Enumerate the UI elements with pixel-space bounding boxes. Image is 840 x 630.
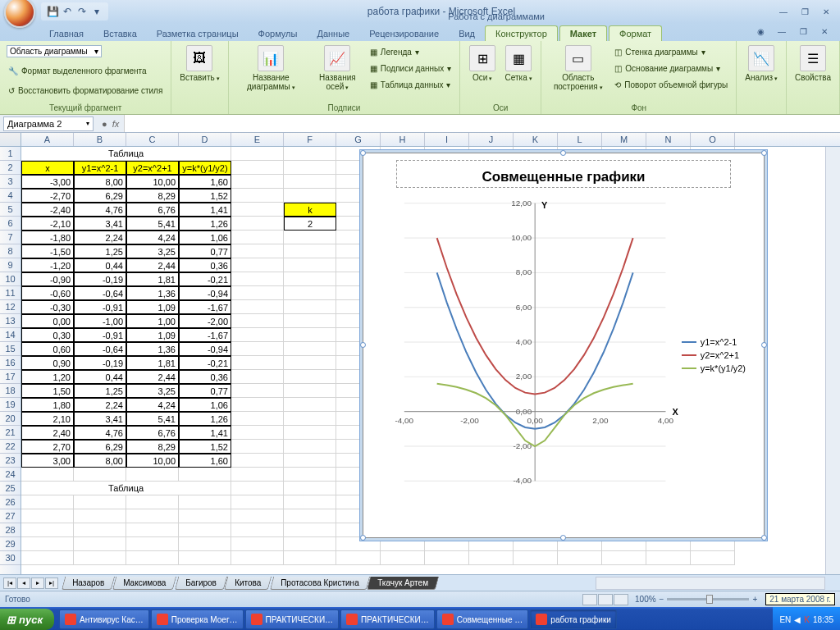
cell[interactable]: -2,70: [21, 189, 74, 203]
cell[interactable]: [231, 258, 284, 272]
cell[interactable]: [284, 551, 336, 565]
cell[interactable]: [231, 231, 284, 244]
col-header[interactable]: I: [425, 133, 469, 146]
cell[interactable]: 4,24: [126, 398, 179, 412]
cell[interactable]: 0,00: [21, 314, 74, 328]
fx-icon[interactable]: fx: [112, 119, 120, 129]
zoom-level[interactable]: 100%: [635, 595, 656, 604]
cell[interactable]: -2,00: [179, 314, 231, 328]
cell[interactable]: k: [284, 203, 336, 217]
cell[interactable]: [179, 495, 231, 509]
data-table-button[interactable]: ▦ Таблица данных ▾: [367, 76, 454, 93]
row-header[interactable]: 26: [0, 495, 21, 509]
cell[interactable]: -0,94: [179, 342, 231, 356]
col-header[interactable]: M: [602, 133, 646, 146]
row-header[interactable]: 15: [0, 342, 21, 356]
cell[interactable]: 1,00: [126, 314, 179, 328]
cell[interactable]: [646, 537, 691, 551]
cell[interactable]: [126, 468, 179, 482]
col-header[interactable]: F: [284, 133, 336, 146]
cell[interactable]: [284, 328, 336, 342]
cell[interactable]: [231, 495, 284, 509]
chart-title[interactable]: Совмещенные графики: [396, 160, 731, 188]
cell[interactable]: 8,00: [74, 175, 126, 189]
cell[interactable]: -0,19: [74, 356, 126, 370]
cell[interactable]: [284, 300, 336, 314]
cell[interactable]: 1,25: [74, 384, 126, 398]
cell[interactable]: [231, 286, 284, 300]
cell[interactable]: [425, 551, 469, 565]
cell[interactable]: 2,40: [21, 426, 74, 440]
cell[interactable]: [284, 314, 336, 328]
tab-nav-first[interactable]: |◂: [3, 578, 16, 589]
cell[interactable]: -1,20: [21, 258, 74, 272]
legend-button[interactable]: ▦ Легенда ▾: [367, 43, 454, 60]
minimize-button[interactable]: —: [774, 5, 792, 18]
cell[interactable]: -1,50: [21, 244, 74, 258]
legend-item[interactable]: y=k*(y1/y2): [682, 363, 746, 373]
ribbon-tab-context[interactable]: Макет: [559, 25, 607, 41]
cell[interactable]: [179, 523, 231, 537]
doc-close-icon[interactable]: ✕: [815, 25, 833, 38]
view-layout[interactable]: [598, 594, 613, 605]
row-header[interactable]: 1: [0, 147, 21, 161]
chart-plot-area[interactable]: -4,00-2,000,002,004,006,008,0010,0012,00…: [372, 194, 756, 506]
cell[interactable]: 4,76: [74, 426, 126, 440]
cell[interactable]: [231, 203, 284, 217]
name-box[interactable]: Диаграмма 2▾: [3, 116, 94, 131]
axis-titles-button[interactable]: 📈Названия осей▾: [310, 43, 365, 93]
maximize-button[interactable]: ❐: [796, 5, 814, 18]
cell[interactable]: 8,29: [126, 189, 179, 203]
ribbon-tab[interactable]: Разметка страницы: [147, 26, 249, 41]
cell[interactable]: -0,21: [179, 272, 231, 286]
row-header[interactable]: 16: [0, 356, 21, 370]
cell[interactable]: [74, 509, 126, 523]
cell[interactable]: [126, 495, 179, 509]
ribbon-tab[interactable]: Рецензирование: [359, 26, 449, 41]
cell[interactable]: [284, 454, 336, 468]
col-header[interactable]: L: [558, 133, 602, 146]
cell[interactable]: [284, 482, 336, 495]
cell[interactable]: [231, 272, 284, 286]
cell[interactable]: [21, 523, 74, 537]
cell[interactable]: [231, 161, 284, 175]
redo-icon[interactable]: ↷: [75, 5, 89, 18]
cell[interactable]: [179, 468, 231, 482]
chart-legend[interactable]: y1=x^2-1y2=x^2+1y=k*(y1/y2): [682, 334, 746, 377]
cell[interactable]: 1,36: [126, 286, 179, 300]
cell[interactable]: 0,36: [179, 370, 231, 384]
taskbar-item[interactable]: Проверка Моег…: [151, 609, 244, 629]
chart-object[interactable]: Совмещенные графики -4,00-2,000,002,004,…: [363, 153, 765, 538]
row-header[interactable]: 13: [0, 314, 21, 328]
cell[interactable]: [284, 342, 336, 356]
cell[interactable]: [284, 286, 336, 300]
row-header[interactable]: 10: [0, 272, 21, 286]
gridlines-button[interactable]: ▦Сетка▾: [501, 43, 536, 84]
sheet-tab[interactable]: Протасова Кристина: [269, 577, 369, 590]
cell[interactable]: [231, 356, 284, 370]
cell[interactable]: 3,00: [21, 454, 74, 468]
cell[interactable]: 0,77: [179, 244, 231, 258]
clock[interactable]: 18:35: [813, 615, 833, 624]
cell[interactable]: -0,90: [21, 272, 74, 286]
cell[interactable]: [21, 551, 74, 565]
cell[interactable]: [231, 175, 284, 189]
cell[interactable]: Таблица: [21, 482, 231, 495]
ribbon-tab-context[interactable]: Формат: [609, 25, 662, 41]
ribbon-tab[interactable]: Главная: [39, 26, 94, 41]
cell[interactable]: y2=x^2+1: [126, 161, 179, 175]
row-header[interactable]: 23: [0, 454, 21, 468]
cell[interactable]: 1,26: [179, 412, 231, 426]
cell[interactable]: 0,36: [179, 258, 231, 272]
plot-area-button[interactable]: ▭Область построения▾: [546, 43, 609, 93]
chart-floor-button[interactable]: ◫ Основание диаграммы ▾: [611, 60, 731, 76]
cell[interactable]: [21, 509, 74, 523]
cell[interactable]: -1,67: [179, 328, 231, 342]
format-selection-button[interactable]: 🔧 Формат выделенного фрагмента: [5, 62, 150, 79]
col-header[interactable]: B: [74, 133, 126, 146]
cell[interactable]: -0,19: [74, 272, 126, 286]
cell[interactable]: [231, 300, 284, 314]
doc-restore-icon[interactable]: ❐: [794, 25, 812, 38]
axes-button[interactable]: ⊞Оси▾: [465, 43, 500, 84]
cell[interactable]: [514, 537, 558, 551]
